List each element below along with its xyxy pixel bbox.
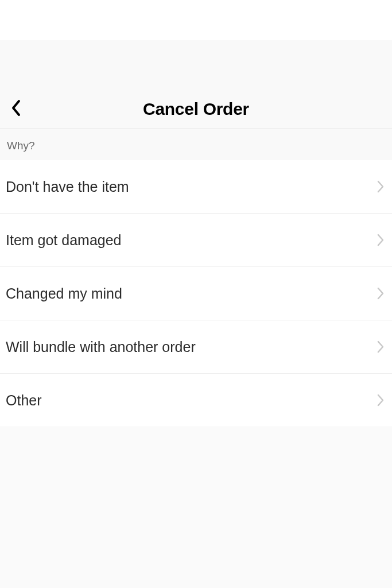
status-spacer <box>0 40 392 89</box>
chevron-right-icon <box>377 287 384 300</box>
reason-other[interactable]: Other <box>0 374 392 427</box>
back-button[interactable] <box>5 98 28 121</box>
chevron-right-icon <box>377 180 384 193</box>
reason-list: Don't have the item Item got damaged Cha… <box>0 160 392 427</box>
nav-bar: Cancel Order <box>0 89 392 129</box>
reason-bundle-order[interactable]: Will bundle with another order <box>0 320 392 374</box>
list-item-label: Other <box>6 392 42 409</box>
reason-dont-have-item[interactable]: Don't have the item <box>0 160 392 214</box>
chevron-right-icon <box>377 341 384 353</box>
list-item-label: Don't have the item <box>6 179 129 195</box>
chevron-right-icon <box>377 394 384 407</box>
section-header: Why? <box>0 129 392 160</box>
reason-item-damaged[interactable]: Item got damaged <box>0 214 392 267</box>
list-item-label: Will bundle with another order <box>6 339 196 355</box>
header-area: Cancel Order <box>0 40 392 129</box>
chevron-left-icon <box>11 99 21 119</box>
top-spacer <box>0 0 392 40</box>
list-item-label: Item got damaged <box>6 232 122 249</box>
reason-changed-mind[interactable]: Changed my mind <box>0 267 392 320</box>
section-label: Why? <box>7 140 385 152</box>
chevron-right-icon <box>377 234 384 246</box>
bottom-area <box>0 427 392 588</box>
page-title: Cancel Order <box>0 99 392 119</box>
list-item-label: Changed my mind <box>6 285 122 302</box>
